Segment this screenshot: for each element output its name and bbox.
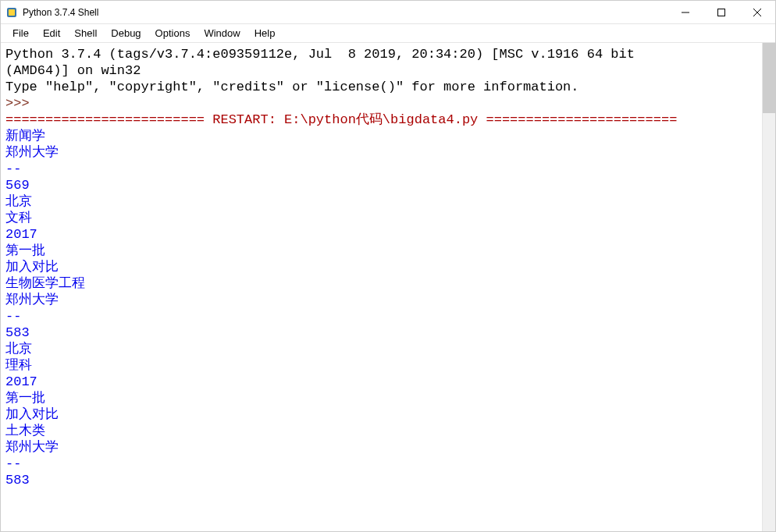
header-line-3: Type "help", "copyright", "credits" or "… (5, 80, 579, 94)
output-line: 北京 (5, 194, 32, 209)
svg-rect-1 (9, 9, 15, 16)
output-line: 新闻学 (5, 129, 45, 144)
menu-window[interactable]: Window (197, 26, 247, 41)
output-line: 583 (5, 473, 30, 488)
minimize-button[interactable] (667, 1, 703, 24)
window-title: Python 3.7.4 Shell (23, 7, 667, 18)
output-line: -- (5, 161, 21, 176)
output-line: 生物医学工程 (5, 276, 85, 291)
svg-rect-3 (718, 9, 725, 16)
output-line: 郑州大学 (5, 293, 59, 307)
close-button[interactable] (739, 1, 775, 24)
menu-file[interactable]: File (5, 26, 36, 41)
header-line-1: Python 3.7.4 (tags/v3.7.4:e09359112e, Ju… (5, 47, 643, 62)
output-line: 文科 (5, 211, 32, 225)
output-line: 加入对比 (5, 407, 59, 422)
output-line: 北京 (5, 342, 32, 356)
shell-content[interactable]: Python 3.7.4 (tags/v3.7.4:e09359112e, Ju… (1, 43, 762, 531)
content-wrapper: Python 3.7.4 (tags/v3.7.4:e09359112e, Ju… (1, 43, 775, 531)
output-line: 2017 (5, 227, 37, 242)
output-line: -- (5, 456, 21, 471)
output-line: 569 (5, 178, 30, 193)
prompt: >>> (5, 96, 37, 111)
menu-shell[interactable]: Shell (67, 26, 104, 41)
output-line: 第一批 (5, 391, 45, 406)
output-line: 583 (5, 325, 30, 340)
output-line: 郑州大学 (5, 145, 59, 160)
menubar: File Edit Shell Debug Options Window Hel… (1, 24, 775, 43)
menu-edit[interactable]: Edit (36, 26, 67, 41)
window-controls (667, 1, 775, 23)
output-line: 郑州大学 (5, 440, 59, 455)
output-line: 理科 (5, 358, 32, 373)
output-line: 2017 (5, 374, 37, 389)
header-line-2: (AMD64)] on win32 (5, 63, 141, 78)
vertical-scrollbar[interactable] (762, 43, 775, 531)
scroll-thumb[interactable] (763, 43, 775, 113)
restart-line: ========================= RESTART: E:\py… (5, 112, 677, 127)
output-line: -- (5, 309, 21, 324)
titlebar: Python 3.7.4 Shell (1, 1, 775, 24)
menu-options[interactable]: Options (148, 26, 198, 41)
menu-help[interactable]: Help (247, 26, 283, 41)
maximize-button[interactable] (703, 1, 739, 24)
output-line: 土木类 (5, 424, 45, 438)
menu-debug[interactable]: Debug (104, 26, 148, 41)
output-line: 加入对比 (5, 260, 59, 275)
output-line: 第一批 (5, 243, 45, 258)
python-icon (5, 6, 18, 19)
